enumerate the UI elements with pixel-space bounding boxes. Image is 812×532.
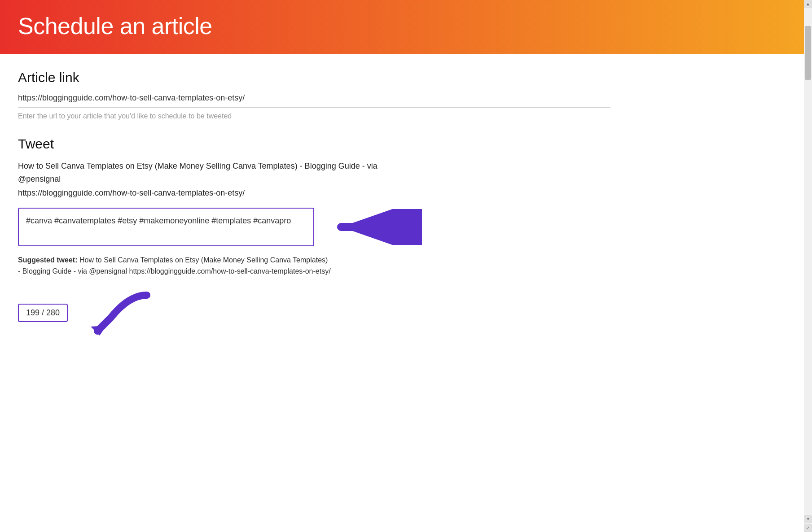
scrollbar-thumb[interactable] [805,26,811,80]
suggested-tweet-text: Suggested tweet: How to Sell Canva Templ… [18,254,332,277]
hashtags-input[interactable]: #canva #canvatemplates #etsy #makemoneyo… [18,208,314,246]
char-count-row: 199 / 280 [18,286,610,340]
arrow-right-icon [332,209,422,245]
arrow-down-indicator [84,286,156,340]
svg-marker-3 [91,326,106,336]
article-link-section: Article link https://bloggingguide.com/h… [18,70,610,120]
arrow-down-icon [84,286,156,340]
scrollbar-track [804,8,812,358]
article-link-hint: Enter the url to your article that you'd… [18,112,610,120]
scrollbar-up-arrow[interactable]: ▲ [804,0,812,8]
article-link-label: Article link [18,70,610,85]
scrollbar[interactable]: ▲ ▾ ⤢ [804,0,812,358]
arrow-right-indicator [332,209,422,245]
tweet-label: Tweet [18,136,610,152]
tweet-line2: https://bloggingguide.com/how-to-sell-ca… [18,188,610,198]
main-content: Article link https://bloggingguide.com/h… [0,54,628,358]
suggested-tweet-label: Suggested tweet: [18,256,77,264]
page-header: Schedule an article [0,0,812,54]
tweet-section: Tweet How to Sell Canva Templates on Ets… [18,136,610,340]
char-count-display: 199 / 280 [18,304,68,322]
tweet-line1: How to Sell Canva Templates on Etsy (Mak… [18,160,422,186]
hashtags-row: #canva #canvatemplates #etsy #makemoneyo… [18,208,610,246]
page-title: Schedule an article [18,13,794,39]
article-link-value: https://bloggingguide.com/how-to-sell-ca… [18,93,610,108]
